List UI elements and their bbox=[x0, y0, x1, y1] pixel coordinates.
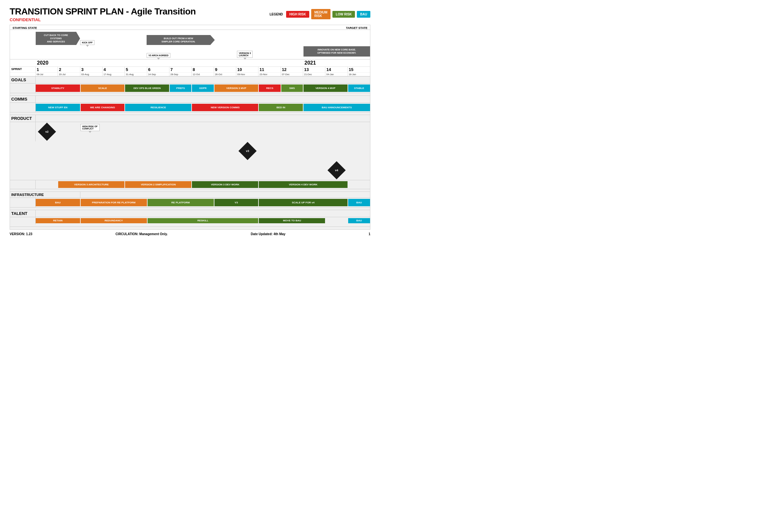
goals-sms: SMS bbox=[281, 84, 303, 92]
sprint-num-14: 14 bbox=[325, 67, 348, 72]
sprint-num-10: 10 bbox=[236, 67, 259, 72]
comms-resilience: RESILIENCE bbox=[125, 104, 191, 111]
infra-v3: V3 bbox=[214, 199, 259, 206]
footer-version: VERSION: 1.23 bbox=[10, 232, 32, 236]
infra-bau-start: BAU bbox=[36, 199, 80, 206]
sprint-num-9: 9 bbox=[214, 67, 236, 72]
infra-re-platform: RE PLATFORM bbox=[148, 199, 214, 206]
sprint-num-13: 13 bbox=[303, 67, 325, 72]
year-2021: 2021 bbox=[303, 60, 325, 66]
infra-prep: PREPARATION FOR RE PLATFORM bbox=[81, 199, 147, 206]
year-2020: 2020 bbox=[36, 60, 58, 66]
comms-we-are-changing: WE ARE CHANGING bbox=[81, 104, 125, 111]
infra-scale-up: SCALE UP FOR v4 bbox=[259, 199, 347, 206]
goals-devops: DEV OPS BLUE GREEN bbox=[125, 84, 169, 92]
goals-prefs: PREFS bbox=[170, 84, 191, 92]
page-title: TRANSITION SPRINT PLAN - Agile Transitio… bbox=[10, 6, 196, 17]
sprint-date-12: 07-Dec bbox=[281, 72, 303, 76]
states-row: STARTING STATE TARGET STATE bbox=[10, 25, 370, 30]
sprint-date-7: 28-Sep bbox=[169, 72, 192, 76]
comms-bed-in: BED IN bbox=[259, 104, 303, 111]
kick-off-callout: KICK OFF bbox=[80, 40, 102, 46]
infra-bau-end: BAU bbox=[348, 199, 370, 206]
legend-high-risk: HIGH RISK bbox=[286, 11, 309, 18]
v3-arch-callout: V3 ARCH AGREED bbox=[147, 52, 170, 58]
sprint-date-5: 31-Aug bbox=[125, 72, 147, 76]
sprint-date-6: 14-Sep bbox=[147, 72, 169, 76]
innovate-callout: INNOVATE ON NEW CORE BASE.OPTIMISED FOR … bbox=[304, 46, 370, 58]
sprint-num-12: 12 bbox=[281, 67, 303, 72]
sprint-date-14: 04-Jan bbox=[325, 72, 348, 76]
legend-low-risk: LOW RISK bbox=[332, 11, 355, 18]
sprint-num-1: 1 bbox=[36, 67, 58, 72]
sprint-num-8: 8 bbox=[192, 67, 214, 72]
product-v3-dev: VERSION 3 DEV WORK bbox=[192, 181, 258, 188]
title-block: TRANSITION SPRINT PLAN - Agile Transitio… bbox=[10, 6, 196, 22]
comms-bau-ann: BAU ANNOUNCEMENTS bbox=[304, 104, 370, 111]
footer-page: 1 bbox=[368, 232, 370, 236]
legend-medium-risk: MEDIUMRISK bbox=[311, 9, 331, 19]
goals-v4mvp: VERSION 4 MVP bbox=[304, 84, 348, 92]
sprint-date-2: 20-Jul bbox=[58, 72, 80, 76]
product-v2-diamond: v2 bbox=[36, 122, 58, 141]
talent-reskill: RESKILL bbox=[148, 218, 259, 223]
talent-label: TALENT bbox=[10, 210, 36, 217]
sprint-label: SPRINT bbox=[10, 67, 36, 72]
product-section: PRODUCT v2 HIGH RISK OFCONFLICT bbox=[10, 115, 370, 192]
sprint-date-1: 06-Jul bbox=[36, 72, 58, 76]
sprint-header: 2020 2021 SPRINT 1 2 3 4 5 6 7 8 9 10 11… bbox=[10, 60, 370, 76]
talent-section: TALENT RETAIN REDUNDANCY RESKILL MOVE TO… bbox=[10, 210, 370, 229]
comms-new-version: NEW VERSION COMMS bbox=[192, 104, 258, 111]
confidential-label: CONFIDENTIAL bbox=[10, 17, 196, 22]
sprint-num-4: 4 bbox=[103, 67, 125, 72]
goals-scale: SCALE bbox=[81, 84, 125, 92]
product-label: PRODUCT bbox=[10, 115, 36, 122]
infrastructure-section: INFRASTRUCTURE BAU PREPARATION FOR RE PL… bbox=[10, 192, 370, 210]
sprint-num-6: 6 bbox=[147, 67, 169, 72]
header: TRANSITION SPRINT PLAN - Agile Transitio… bbox=[10, 6, 370, 22]
sprint-date-11: 23-Nov bbox=[259, 72, 281, 76]
comms-label: COMMS bbox=[10, 96, 36, 103]
sprint-date-8: 12-Oct bbox=[192, 72, 214, 76]
v3-launch-callout: VERSION 3LAUNCH bbox=[237, 50, 259, 58]
sprint-num-11: 11 bbox=[259, 67, 281, 72]
goals-recs: RECS bbox=[259, 84, 280, 92]
comms-section: COMMS NEW STUFF EN WE ARE CHANGING RESIL… bbox=[10, 96, 370, 115]
sprint-date-4: 17-Aug bbox=[103, 72, 125, 76]
talent-move-to-bau: MOVE TO BAU bbox=[259, 218, 325, 223]
talent-redundancy: REDUNDANCY bbox=[81, 218, 147, 223]
footer-date: Date Updated: 4th May bbox=[251, 232, 285, 236]
goals-stable: STABLE bbox=[348, 84, 370, 92]
footer: VERSION: 1.23 CIRCULATION: Management On… bbox=[10, 230, 370, 236]
product-v4-diamond: v4 bbox=[325, 161, 348, 180]
sprint-date-9: 26-Oct bbox=[214, 72, 236, 76]
infrastructure-label: INFRASTRUCTURE bbox=[10, 192, 80, 198]
goals-label: GOALS bbox=[10, 76, 36, 83]
sprint-date-15: 18-Jan bbox=[348, 72, 370, 76]
target-state-label: TARGET STATE bbox=[346, 26, 367, 29]
sprint-date-3: 03-Aug bbox=[80, 72, 103, 76]
comms-new-stuff: NEW STUFF EN bbox=[36, 104, 80, 111]
product-v3-arch: VERSION 3 ARCHITECTURE bbox=[58, 181, 124, 188]
product-v4-dev: VERSION 4 DEV WORK bbox=[259, 181, 347, 188]
sprint-num-15: 15 bbox=[348, 67, 370, 72]
legend-bau: BAU bbox=[357, 11, 370, 18]
legend-block: LEGEND HIGH RISK MEDIUMRISK LOW RISK BAU bbox=[269, 9, 370, 19]
plan-container: STARTING STATE TARGET STATE CUT BACK TO … bbox=[10, 25, 370, 230]
footer-circulation: CIRCULATION: Management Only. bbox=[116, 232, 167, 236]
sprint-num-7: 7 bbox=[169, 67, 192, 72]
goals-v3mvp: VERSION 3 MVP bbox=[214, 84, 259, 92]
sprint-num-5: 5 bbox=[125, 67, 147, 72]
sprint-date-13: 21-Dec bbox=[303, 72, 325, 76]
talent-bau: BAU bbox=[348, 218, 370, 223]
sprint-num-2: 2 bbox=[58, 67, 80, 72]
goals-gdpr: GDPR bbox=[192, 84, 214, 92]
goals-stability: STABILITY bbox=[36, 84, 80, 92]
product-v3-diamond: v3 bbox=[236, 141, 259, 161]
sprint-date-10: 09-Nov bbox=[236, 72, 259, 76]
cut-back-callout: CUT BACK TO CORE SYSTEMSAND SERVICES bbox=[36, 32, 80, 46]
starting-state-label: STARTING STATE bbox=[13, 26, 37, 29]
build-out-callout: BUILD OUT FROM A NEWSIMPLER CORE OPERATI… bbox=[147, 35, 215, 47]
goals-section: GOALS STABILITY SCALE DEV OPS BLUE GREEN… bbox=[10, 76, 370, 96]
sprint-num-3: 3 bbox=[80, 67, 103, 72]
